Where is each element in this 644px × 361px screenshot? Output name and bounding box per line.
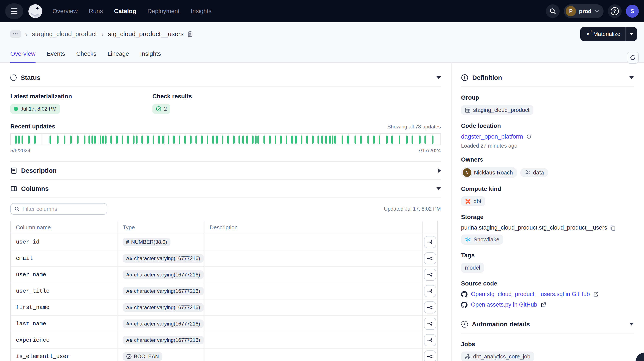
update-tick[interactable] [127,136,129,144]
source-code-link[interactable]: Open assets.py in GitHub [471,301,537,308]
update-tick[interactable] [354,136,356,144]
column-lineage-button[interactable] [424,301,436,314]
update-tick[interactable] [122,136,123,144]
materialize-dropdown-button[interactable] [626,32,637,36]
update-tick[interactable] [412,136,413,144]
update-tick[interactable] [269,136,271,144]
update-tick[interactable] [386,136,388,144]
tab[interactable]: Events [47,46,65,63]
update-tick[interactable] [190,136,192,144]
tag-pill[interactable]: model [461,263,484,273]
update-tick[interactable] [173,136,175,144]
update-tick[interactable] [347,136,349,144]
status-section-header[interactable]: Status [0,63,451,86]
update-tick[interactable] [227,136,229,144]
column-lineage-button[interactable] [424,236,436,248]
tab[interactable]: Insights [140,46,161,63]
nav-item[interactable]: Deployment [148,8,180,15]
update-tick[interactable] [264,136,265,144]
update-tick[interactable] [360,136,362,144]
update-tick[interactable] [368,136,369,144]
update-tick[interactable] [34,136,36,144]
nav-item[interactable]: Insights [191,8,212,15]
update-tick[interactable] [275,136,276,144]
update-tick[interactable] [334,136,336,144]
nav-item[interactable]: Catalog [114,8,136,15]
update-tick[interactable] [306,136,308,144]
update-tick[interactable] [94,136,96,144]
update-tick[interactable] [222,136,224,144]
update-tick[interactable] [201,136,203,144]
update-tick[interactable] [105,136,106,144]
update-tick[interactable] [321,136,323,144]
update-tick[interactable] [116,136,118,144]
update-tick[interactable] [432,136,434,144]
column-lineage-button[interactable] [424,285,436,297]
update-tick[interactable] [28,136,30,144]
update-tick[interactable] [152,136,154,144]
update-tick[interactable] [419,136,420,144]
update-tick[interactable] [142,136,143,144]
update-tick[interactable] [406,136,408,144]
update-tick[interactable] [216,136,218,144]
update-tick[interactable] [136,136,138,144]
nav-item[interactable]: Runs [89,8,103,15]
update-tick[interactable] [77,136,78,144]
search-button[interactable] [546,4,560,18]
refresh-button[interactable] [627,52,639,64]
expand-caret-icon[interactable] [438,168,441,173]
update-tick[interactable] [301,136,302,144]
update-tick[interactable] [162,136,164,144]
column-lineage-button[interactable] [424,334,436,346]
update-tick[interactable] [168,136,170,144]
update-tick[interactable] [196,136,197,144]
tab[interactable]: Lineage [108,46,129,63]
update-tick[interactable] [92,136,93,144]
update-tick[interactable] [238,136,240,144]
source-code-link[interactable]: Open stg_cloud_product__users.sql in Git… [471,291,590,298]
user-avatar[interactable]: S [626,5,639,18]
tab[interactable]: Checks [76,46,96,63]
update-tick[interactable] [312,136,314,144]
update-tick[interactable] [329,136,331,144]
filter-columns-input[interactable] [22,206,103,212]
update-tick[interactable] [88,136,90,144]
dagster-logo-icon[interactable] [28,3,43,19]
update-tick[interactable] [318,136,319,144]
filter-columns-field[interactable] [10,203,107,215]
copy-asset-name-button[interactable] [187,31,193,37]
collapse-caret-icon[interactable] [629,323,634,326]
update-tick[interactable] [291,136,293,144]
automation-section-header[interactable]: ✦ Automation details [461,312,634,333]
update-tick[interactable] [252,136,254,144]
update-tick[interactable] [424,136,426,144]
collapse-caret-icon[interactable] [629,76,634,79]
columns-section-header[interactable]: Columns [0,180,451,198]
update-tick[interactable] [50,136,51,144]
owner-team-pill[interactable]: data [520,168,548,177]
update-tick[interactable] [295,136,297,144]
update-tick[interactable] [246,136,248,144]
breadcrumb-ellipsis-button[interactable]: ••• [10,30,21,38]
update-tick[interactable] [184,136,186,144]
update-tick[interactable] [258,136,259,144]
update-tick[interactable] [158,136,160,144]
update-tick[interactable] [179,136,180,144]
update-tick[interactable] [399,136,400,144]
job-pill[interactable]: dbt_analytics_core_job [461,352,534,361]
update-tick[interactable] [378,136,380,144]
column-lineage-button[interactable] [424,252,436,264]
update-tick[interactable] [70,136,72,144]
hamburger-menu-icon[interactable] [5,3,23,19]
description-section-header[interactable]: Description [0,162,451,179]
updates-timeline-chart[interactable] [10,133,441,145]
copy-icon[interactable] [610,225,616,231]
update-tick[interactable] [22,136,23,144]
materialize-button[interactable]: ✦✦ Materialize [580,31,626,37]
nav-item[interactable]: Overview [52,8,78,15]
update-tick[interactable] [18,136,20,144]
update-tick[interactable] [242,136,244,144]
update-tick[interactable] [110,136,112,144]
column-lineage-button[interactable] [424,351,436,361]
deployment-switcher[interactable]: P prod [564,4,604,18]
